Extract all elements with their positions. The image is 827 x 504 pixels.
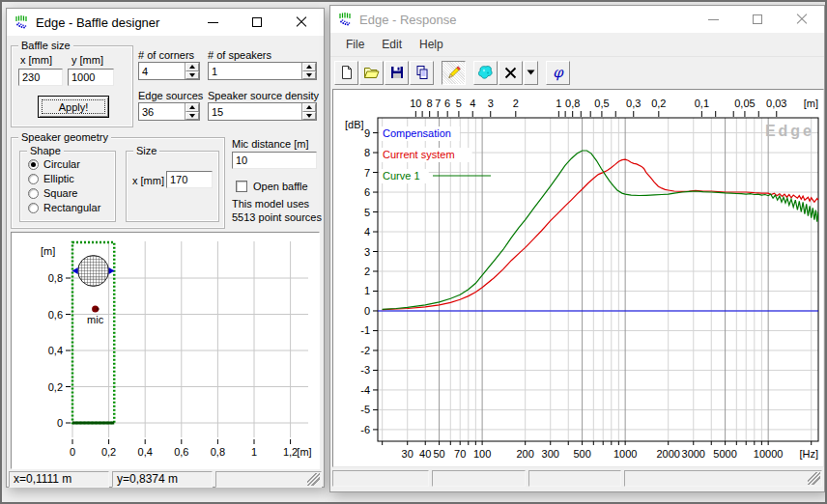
spin-up-icon[interactable] <box>302 63 316 71</box>
status-y-coordinate: y=0,8374 m <box>112 471 213 488</box>
svg-text:0,4: 0,4 <box>138 446 153 458</box>
size-x-input[interactable] <box>166 171 213 188</box>
svg-text:0,8: 0,8 <box>211 446 225 458</box>
svg-text:0,2: 0,2 <box>101 446 116 458</box>
source-density-spinner[interactable] <box>208 102 317 121</box>
new-file-button[interactable] <box>334 61 358 85</box>
save-file-button[interactable] <box>385 61 409 85</box>
svg-text:0: 0 <box>364 305 370 317</box>
pencil-tool-button[interactable] <box>442 61 466 85</box>
open-folder-icon <box>363 65 380 80</box>
radio-icon[interactable] <box>28 174 39 184</box>
speakers-spinner[interactable] <box>208 62 317 80</box>
close-button[interactable] <box>279 9 324 36</box>
status-panel <box>215 471 322 488</box>
radio-square[interactable]: Square <box>28 187 77 199</box>
svg-text:4: 4 <box>364 226 370 238</box>
title-bar[interactable]: Edge - Baffle designer <box>7 9 324 36</box>
svg-text:5: 5 <box>364 207 370 218</box>
spin-down-icon[interactable] <box>185 71 199 80</box>
svg-text:[dB]: [dB] <box>345 119 364 130</box>
apply-button[interactable]: Apply! <box>38 96 109 118</box>
spin-down-icon[interactable] <box>302 112 316 121</box>
spin-up-icon[interactable] <box>302 103 316 112</box>
svg-text:Current system: Current system <box>383 149 455 160</box>
resize-grip[interactable] <box>307 473 320 486</box>
baffle-plot[interactable]: 00,20,40,60,800,20,40,60,811,2[m][m]mic <box>12 233 319 468</box>
spin-up-icon[interactable] <box>185 103 199 112</box>
status-panel <box>624 470 822 487</box>
close-button[interactable] <box>780 6 824 33</box>
shape-label: Shape <box>27 145 64 156</box>
open-baffle-checkbox[interactable] <box>236 181 247 192</box>
svg-text:7: 7 <box>435 98 441 109</box>
radio-elliptic[interactable]: Elliptic <box>28 173 74 184</box>
maximize-button[interactable] <box>735 6 780 33</box>
svg-text:2: 2 <box>513 98 519 109</box>
delete-dropdown-button[interactable] <box>524 61 538 85</box>
open-file-button[interactable] <box>359 61 384 85</box>
baffle-plot-panel[interactable]: 00,20,40,60,800,20,40,60,811,2[m][m]mic <box>11 232 320 469</box>
spin-down-icon[interactable] <box>302 71 316 80</box>
response-chart-panel[interactable]: 9876543210-1-2-3-4-5-6[dB]30405070100200… <box>332 89 824 467</box>
edge-sources-input[interactable] <box>139 103 185 120</box>
toolbar: φ <box>330 57 824 88</box>
radio-circular[interactable]: Circular <box>28 158 80 170</box>
radio-icon[interactable] <box>28 188 39 199</box>
svg-text:0,03: 0,03 <box>766 98 786 109</box>
corners-input[interactable] <box>139 63 185 79</box>
svg-text:70: 70 <box>454 448 466 460</box>
minimize-button[interactable] <box>190 9 235 36</box>
svg-text:5000: 5000 <box>713 448 736 460</box>
status-x-coordinate: x=0,1111 m <box>9 471 109 488</box>
title-bar[interactable]: Edge - Response <box>330 6 824 33</box>
speaker-geometry-label: Speaker geometry <box>18 131 111 143</box>
svg-text:10: 10 <box>410 98 421 109</box>
phi-icon: φ <box>553 66 563 80</box>
status-bar <box>332 470 822 487</box>
baffle-x-input[interactable] <box>18 69 63 86</box>
menu-file[interactable]: File <box>337 34 373 55</box>
save-floppy-icon <box>389 65 405 80</box>
svg-text:1: 1 <box>364 285 370 296</box>
svg-text:Curve 1: Curve 1 <box>383 170 420 182</box>
resize-grip[interactable] <box>808 472 820 485</box>
svg-text:200: 200 <box>517 448 534 460</box>
source-density-input[interactable] <box>209 103 301 120</box>
mic-distance-input[interactable] <box>232 152 317 169</box>
blob-tool-button[interactable] <box>473 61 498 85</box>
radio-selected-icon[interactable] <box>28 159 39 170</box>
minimize-button[interactable] <box>691 6 735 33</box>
maximize-button[interactable] <box>235 9 279 36</box>
edge-sources-spinner[interactable] <box>138 102 200 121</box>
baffle-y-input[interactable] <box>68 69 114 86</box>
svg-text:[m]: [m] <box>297 446 311 458</box>
svg-text:-1: -1 <box>360 324 370 336</box>
phase-button[interactable]: φ <box>546 61 570 85</box>
radio-icon[interactable] <box>28 203 39 213</box>
radio-rectangular[interactable]: Rectangular <box>28 202 100 213</box>
new-file-icon <box>339 65 355 80</box>
menu-edit[interactable]: Edit <box>373 34 411 55</box>
copy-button[interactable] <box>410 61 434 85</box>
chevron-down-icon <box>527 70 535 75</box>
menu-help[interactable]: Help <box>411 34 452 55</box>
shape-group: Shape Circular Elliptic Square Rectangul… <box>19 151 116 222</box>
copy-icon <box>414 65 430 80</box>
corners-spinner[interactable] <box>138 62 200 80</box>
svg-text:3000: 3000 <box>682 448 705 460</box>
baffle-size-group: Baffle size x [mm] y [mm] Apply! <box>11 45 133 127</box>
speakers-label: # of speakers <box>208 49 271 61</box>
svg-text:0,2: 0,2 <box>48 381 63 393</box>
spin-down-icon[interactable] <box>185 112 199 121</box>
spin-up-icon[interactable] <box>185 63 199 71</box>
delete-curve-button[interactable] <box>499 61 523 85</box>
source-density-label: Speaker source density <box>208 90 319 101</box>
svg-text:mic: mic <box>87 314 104 325</box>
model-info-line1: This model uses <box>232 198 309 210</box>
svg-text:[m]: [m] <box>804 98 818 109</box>
app-icon <box>14 14 30 30</box>
baffle-x-label: x [mm] <box>20 54 52 66</box>
speakers-input[interactable] <box>209 63 301 79</box>
response-chart[interactable]: 9876543210-1-2-3-4-5-6[dB]30405070100200… <box>333 90 823 466</box>
